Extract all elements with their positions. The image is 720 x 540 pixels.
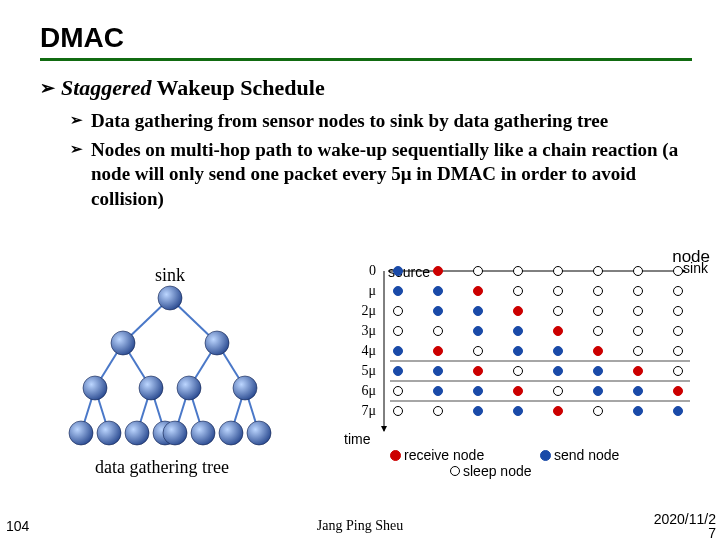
svg-point-97 bbox=[674, 407, 683, 416]
svg-point-56 bbox=[634, 307, 643, 316]
heading-rest: Wakeup Schedule bbox=[151, 75, 324, 100]
svg-point-34 bbox=[394, 267, 403, 276]
svg-point-39 bbox=[594, 267, 603, 276]
slide-title: DMAC bbox=[40, 22, 692, 54]
svg-point-21 bbox=[69, 421, 93, 445]
svg-point-92 bbox=[474, 407, 483, 416]
svg-point-23 bbox=[125, 421, 149, 445]
svg-point-45 bbox=[514, 287, 523, 296]
legend-send: send node bbox=[540, 447, 619, 463]
heading-italic: Staggered bbox=[61, 75, 151, 100]
svg-point-44 bbox=[474, 287, 483, 296]
svg-point-70 bbox=[554, 347, 563, 356]
svg-point-91 bbox=[434, 407, 443, 416]
chevron-right-icon: ➢ bbox=[70, 141, 83, 211]
tree-svg bbox=[60, 265, 320, 465]
title-rule bbox=[40, 58, 692, 61]
svg-point-18 bbox=[139, 376, 163, 400]
bullet-list: ➢ Data gathering from sensor nodes to si… bbox=[70, 109, 692, 212]
diagram-area: sink bbox=[60, 265, 700, 495]
svg-point-15 bbox=[111, 331, 135, 355]
svg-point-62 bbox=[554, 327, 563, 336]
svg-point-95 bbox=[594, 407, 603, 416]
svg-point-20 bbox=[233, 376, 257, 400]
svg-point-61 bbox=[514, 327, 523, 336]
time-axis-label: time bbox=[344, 431, 370, 447]
svg-point-27 bbox=[219, 421, 243, 445]
svg-point-67 bbox=[434, 347, 443, 356]
svg-point-57 bbox=[674, 307, 683, 316]
svg-point-60 bbox=[474, 327, 483, 336]
svg-point-73 bbox=[674, 347, 683, 356]
svg-point-96 bbox=[634, 407, 643, 416]
svg-point-22 bbox=[97, 421, 121, 445]
schedule-diagram: node source sink 0μ2μ3μ4μ5μ6μ7μ time bbox=[350, 255, 710, 485]
svg-point-16 bbox=[205, 331, 229, 355]
svg-point-58 bbox=[394, 327, 403, 336]
svg-point-81 bbox=[674, 367, 683, 376]
bullet-item: ➢ Nodes on multi-hop path to wake-up seq… bbox=[70, 138, 692, 212]
svg-point-51 bbox=[434, 307, 443, 316]
svg-point-87 bbox=[594, 387, 603, 396]
svg-point-54 bbox=[554, 307, 563, 316]
svg-point-79 bbox=[594, 367, 603, 376]
svg-point-83 bbox=[434, 387, 443, 396]
svg-point-66 bbox=[394, 347, 403, 356]
svg-point-47 bbox=[594, 287, 603, 296]
svg-point-52 bbox=[474, 307, 483, 316]
svg-point-42 bbox=[394, 287, 403, 296]
svg-point-35 bbox=[434, 267, 443, 276]
tree-diagram: sink bbox=[60, 265, 340, 485]
svg-point-46 bbox=[554, 287, 563, 296]
svg-point-76 bbox=[474, 367, 483, 376]
svg-point-38 bbox=[554, 267, 563, 276]
svg-point-53 bbox=[514, 307, 523, 316]
svg-point-36 bbox=[474, 267, 483, 276]
svg-point-26 bbox=[191, 421, 215, 445]
svg-point-59 bbox=[434, 327, 443, 336]
svg-point-65 bbox=[674, 327, 683, 336]
tree-caption: data gathering tree bbox=[95, 457, 229, 478]
svg-point-89 bbox=[674, 387, 683, 396]
svg-point-69 bbox=[514, 347, 523, 356]
svg-point-90 bbox=[394, 407, 403, 416]
svg-point-19 bbox=[177, 376, 201, 400]
svg-point-75 bbox=[434, 367, 443, 376]
svg-point-25 bbox=[163, 421, 187, 445]
svg-point-94 bbox=[554, 407, 563, 416]
date-footer: 2020/11/27 bbox=[654, 512, 716, 540]
section-heading: ➢ Staggered Wakeup Schedule bbox=[40, 75, 692, 101]
author-footer: Jang Ping Sheu bbox=[0, 518, 720, 534]
svg-point-63 bbox=[594, 327, 603, 336]
bullet-text: Nodes on multi-hop path to wake-up seque… bbox=[91, 138, 692, 212]
svg-point-77 bbox=[514, 367, 523, 376]
bullet-text: Data gathering from sensor nodes to sink… bbox=[91, 109, 608, 134]
svg-point-72 bbox=[634, 347, 643, 356]
svg-point-40 bbox=[634, 267, 643, 276]
svg-point-85 bbox=[514, 387, 523, 396]
svg-point-93 bbox=[514, 407, 523, 416]
svg-point-80 bbox=[634, 367, 643, 376]
svg-point-86 bbox=[554, 387, 563, 396]
svg-point-88 bbox=[634, 387, 643, 396]
legend-sleep: sleep node bbox=[450, 463, 532, 479]
red-dot-icon bbox=[390, 450, 401, 461]
open-dot-icon bbox=[450, 466, 460, 476]
schedule-svg bbox=[350, 261, 710, 446]
svg-point-37 bbox=[514, 267, 523, 276]
chevron-right-icon: ➢ bbox=[70, 112, 83, 133]
tree-sink-label: sink bbox=[155, 265, 185, 286]
svg-point-74 bbox=[394, 367, 403, 376]
blue-dot-icon bbox=[540, 450, 551, 461]
legend-receive: receive node bbox=[390, 447, 484, 463]
svg-point-17 bbox=[83, 376, 107, 400]
svg-point-82 bbox=[394, 387, 403, 396]
svg-point-68 bbox=[474, 347, 483, 356]
svg-point-55 bbox=[594, 307, 603, 316]
svg-point-64 bbox=[634, 327, 643, 336]
svg-point-49 bbox=[674, 287, 683, 296]
svg-point-78 bbox=[554, 367, 563, 376]
svg-point-84 bbox=[474, 387, 483, 396]
svg-point-14 bbox=[158, 286, 182, 310]
svg-point-43 bbox=[434, 287, 443, 296]
